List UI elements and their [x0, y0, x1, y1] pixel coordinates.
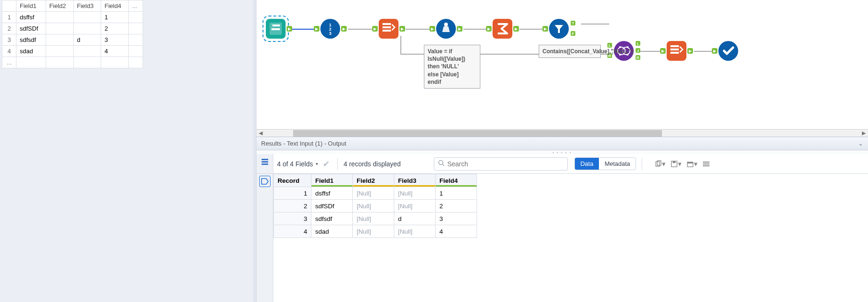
scroll-track[interactable]: [265, 130, 860, 137]
results-cell[interactable]: 3: [436, 212, 477, 225]
config-cell[interactable]: 3: [101, 34, 129, 46]
results-col-header[interactable]: Record: [274, 174, 311, 187]
copy-icon[interactable]: ▾: [654, 160, 666, 168]
anchor-out[interactable]: ▶: [399, 26, 405, 32]
anchor-out[interactable]: ▶: [513, 26, 519, 32]
results-cell-null[interactable]: [Null]: [353, 200, 394, 212]
anchor-left[interactable]: L: [607, 43, 612, 48]
config-row-num[interactable]: 2: [2, 23, 16, 34]
save-icon[interactable]: ▾: [670, 160, 682, 168]
config-cell[interactable]: [46, 34, 73, 46]
results-cell[interactable]: sdad: [311, 225, 353, 238]
config-cell[interactable]: [128, 12, 143, 23]
config-cell[interactable]: [128, 46, 143, 57]
config-cell[interactable]: [46, 12, 73, 23]
anchor-true[interactable]: T: [571, 21, 575, 25]
results-header[interactable]: Results - Text Input (1) - Output ⌄: [256, 137, 868, 150]
config-cell[interactable]: [128, 34, 143, 46]
anchor-out[interactable]: ▶: [341, 26, 347, 32]
results-col-header[interactable]: Field1: [311, 174, 353, 187]
output-anchor-icon[interactable]: [259, 176, 271, 187]
anchor-in[interactable]: ▶: [314, 26, 319, 32]
results-cell-null[interactable]: [Null]: [394, 200, 436, 212]
anchor-in[interactable]: ▶: [712, 48, 717, 54]
anchor-false[interactable]: F: [571, 31, 575, 36]
anchor-out[interactable]: ▶: [287, 26, 292, 32]
chevron-down-icon[interactable]: ⌄: [858, 140, 863, 147]
config-cell[interactable]: sdad: [16, 46, 46, 57]
tool-record-id[interactable]: 123 ▶ ▶: [319, 18, 341, 40]
results-search[interactable]: [434, 157, 568, 171]
canvas-hscroll[interactable]: ◀ ▶: [256, 129, 868, 137]
config-col-add[interactable]: ...: [128, 0, 143, 12]
workflow-canvas[interactable]: ▶ 123 ▶ ▶ ▶ ▶ ▶ ▶ ▶ ▶ ▶ T: [256, 0, 868, 137]
new-window-icon[interactable]: ▾: [686, 160, 698, 168]
panel-resize-handle[interactable]: [253, 0, 256, 302]
results-cell-null[interactable]: [Null]: [353, 212, 394, 225]
anchor-out[interactable]: ▶: [687, 48, 693, 54]
menu-icon[interactable]: [702, 160, 710, 168]
anchor-j-out[interactable]: J: [636, 48, 640, 53]
results-cell[interactable]: d: [394, 212, 436, 225]
tool-summarize[interactable]: ▶ ▶: [492, 18, 513, 40]
results-cell[interactable]: 2: [436, 200, 477, 212]
tool-text-input[interactable]: ▶: [265, 18, 287, 40]
tool-browse[interactable]: ▶: [717, 40, 739, 62]
config-col-header[interactable]: Field1: [16, 0, 46, 12]
anchor-in[interactable]: ▶: [372, 26, 378, 32]
anchor-l-out[interactable]: L: [636, 41, 640, 46]
config-cell[interactable]: dsffsf: [16, 12, 46, 23]
config-cell[interactable]: sdfsdf: [16, 34, 46, 46]
config-col-header[interactable]: Field3: [73, 0, 101, 12]
config-col-header[interactable]: Field2: [46, 0, 73, 12]
anchor-in[interactable]: ▶: [430, 26, 435, 32]
config-cell[interactable]: 4: [101, 46, 129, 57]
config-cell[interactable]: d: [73, 34, 101, 46]
anchor-in[interactable]: ▶: [542, 26, 548, 32]
config-cell[interactable]: [73, 12, 101, 23]
config-row-num[interactable]: 4: [2, 46, 16, 57]
config-cell[interactable]: [128, 23, 143, 34]
tool-formula[interactable]: ▶ ▶: [435, 18, 457, 40]
fields-dropdown-icon[interactable]: ▾: [316, 161, 318, 166]
results-cell[interactable]: dsffsf: [311, 187, 353, 200]
tab-data[interactable]: Data: [575, 158, 599, 170]
results-cell-null[interactable]: [Null]: [353, 187, 394, 200]
anchor-r-out[interactable]: R: [636, 55, 640, 60]
config-cell[interactable]: [46, 46, 73, 57]
scroll-thumb[interactable]: [293, 130, 662, 137]
results-grid[interactable]: RecordField1Field2Field3Field4 1dsffsf[N…: [273, 174, 868, 302]
results-cell-null[interactable]: [Null]: [394, 225, 436, 238]
fields-summary[interactable]: 4 of 4 Fields: [277, 160, 313, 168]
tool-select[interactable]: ▶ ▶: [378, 18, 399, 40]
scroll-left-icon[interactable]: ◀: [256, 130, 265, 137]
results-resize-grip[interactable]: • • • • •: [256, 150, 868, 154]
config-cell[interactable]: sdfSDf: [16, 23, 46, 34]
tool-select-2[interactable]: ▶ ▶: [666, 40, 687, 62]
config-cell[interactable]: [73, 46, 101, 57]
results-cell[interactable]: 1: [436, 187, 477, 200]
results-cell[interactable]: sdfsdf: [311, 212, 353, 225]
results-cell-null[interactable]: [Null]: [394, 187, 436, 200]
tool-filter[interactable]: ▶ T F: [548, 18, 570, 40]
results-col-header[interactable]: Field2: [353, 174, 394, 187]
formula-annotation[interactable]: Value = if IsNull([Value]) then 'NULL' e…: [424, 45, 480, 89]
results-col-header[interactable]: Field4: [436, 174, 477, 187]
results-cell[interactable]: 4: [436, 225, 477, 238]
search-input[interactable]: [447, 160, 564, 168]
config-row-add[interactable]: ...: [2, 57, 16, 68]
config-row-num[interactable]: 1: [2, 12, 16, 23]
config-row-num[interactable]: 3: [2, 34, 16, 46]
anchor-out[interactable]: ▶: [457, 26, 462, 32]
scroll-right-icon[interactable]: ▶: [860, 130, 868, 137]
config-cell[interactable]: [73, 23, 101, 34]
config-cell[interactable]: 1: [101, 12, 129, 23]
tab-metadata[interactable]: Metadata: [599, 158, 636, 170]
config-input-grid[interactable]: Field1 Field2 Field3 Field4 ... 1dsffsf1…: [2, 0, 143, 68]
results-cell[interactable]: sdfSDf: [311, 200, 353, 212]
messages-view-icon[interactable]: [259, 156, 271, 167]
anchor-in[interactable]: ▶: [486, 26, 492, 32]
results-cell-null[interactable]: [Null]: [353, 225, 394, 238]
results-col-header[interactable]: Field3: [394, 174, 436, 187]
config-cell[interactable]: 2: [101, 23, 129, 34]
